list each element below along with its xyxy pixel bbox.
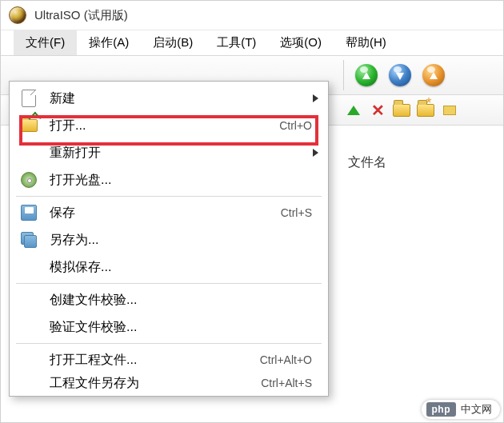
delete-icon[interactable]: ✕ bbox=[369, 102, 386, 119]
copy-icon bbox=[19, 230, 38, 249]
disc-icon bbox=[19, 170, 38, 190]
file-menu-dropdown: 新建 打开... Ctrl+O 重新打开 打开光盘... 保存 Ctrl+S 另… bbox=[9, 81, 329, 397]
watermark-logo: php bbox=[426, 402, 457, 417]
menu-separator bbox=[16, 196, 322, 197]
rect-icon[interactable] bbox=[441, 102, 458, 119]
menu-item-label: 工程文件另存为 bbox=[50, 375, 261, 392]
menu-file[interactable]: 文件(F) bbox=[14, 30, 77, 55]
menu-tools[interactable]: 工具(T) bbox=[205, 30, 268, 55]
title-bar: UltraISO (试用版) bbox=[1, 1, 503, 30]
menu-item-label: 打开... bbox=[50, 118, 279, 134]
submenu-arrow-icon bbox=[313, 149, 318, 157]
menu-item-label: 创建文件校验... bbox=[50, 292, 318, 309]
folder-icon[interactable] bbox=[393, 102, 410, 119]
menu-item-shortcut: Ctrl+O bbox=[279, 119, 312, 132]
menu-item-label: 模拟保存... bbox=[50, 259, 318, 276]
watermark-text: 中文网 bbox=[461, 402, 492, 417]
watermark: php 中文网 bbox=[422, 400, 501, 419]
menu-item-project-save-as[interactable]: 工程文件另存为 Ctrl+Alt+S bbox=[10, 373, 328, 393]
menu-item-save[interactable]: 保存 Ctrl+S bbox=[10, 199, 328, 226]
menu-boot[interactable]: 启动(B) bbox=[141, 30, 205, 55]
file-panel: 文件名 bbox=[345, 151, 495, 174]
menu-item-open[interactable]: 打开... Ctrl+O bbox=[10, 112, 328, 139]
menu-item-open-project[interactable]: 打开工程文件... Ctrl+Alt+O bbox=[10, 346, 328, 373]
save-icon bbox=[19, 203, 38, 222]
window-title: UltraISO (试用版) bbox=[34, 8, 128, 23]
menu-item-shortcut: Ctrl+S bbox=[281, 206, 312, 219]
menu-item-create-checksum[interactable]: 创建文件校验... bbox=[10, 286, 328, 313]
menu-item-simulate-save[interactable]: 模拟保存... bbox=[10, 253, 328, 281]
menu-item-label: 打开工程文件... bbox=[50, 352, 260, 369]
toolbar-button-blue[interactable] bbox=[389, 64, 411, 86]
menu-item-label: 新建 bbox=[50, 90, 318, 107]
menu-item-label: 保存 bbox=[50, 205, 281, 221]
menu-separator bbox=[16, 343, 322, 344]
menu-item-shortcut: Ctrl+Alt+S bbox=[261, 377, 312, 389]
menu-bar: 文件(F) 操作(A) 启动(B) 工具(T) 选项(O) 帮助(H) bbox=[1, 30, 503, 55]
menu-help[interactable]: 帮助(H) bbox=[334, 30, 398, 55]
menu-options[interactable]: 选项(O) bbox=[268, 30, 334, 55]
menu-item-save-as[interactable]: 另存为... bbox=[10, 226, 328, 253]
file-panel-header[interactable]: 文件名 bbox=[345, 151, 495, 174]
file-icon bbox=[19, 89, 38, 108]
menu-item-verify-checksum[interactable]: 验证文件校验... bbox=[10, 313, 328, 341]
up-arrow-icon[interactable] bbox=[345, 102, 362, 119]
menu-item-open-disc[interactable]: 打开光盘... bbox=[10, 166, 328, 194]
menu-item-label: 打开光盘... bbox=[50, 172, 318, 189]
folder-open-icon bbox=[19, 116, 38, 135]
toolbar-button-orange[interactable] bbox=[422, 64, 445, 86]
menu-item-shortcut: Ctrl+Alt+O bbox=[260, 353, 312, 366]
toolbar-button-green[interactable] bbox=[355, 64, 378, 86]
app-icon bbox=[9, 6, 26, 24]
menu-item-reopen[interactable]: 重新打开 bbox=[10, 139, 328, 166]
new-folder-icon[interactable]: * bbox=[417, 102, 434, 119]
menu-item-label: 重新打开 bbox=[50, 145, 318, 162]
menu-action[interactable]: 操作(A) bbox=[77, 30, 141, 55]
submenu-arrow-icon bbox=[313, 94, 318, 102]
menu-item-label: 验证文件校验... bbox=[50, 319, 318, 336]
menu-item-label: 另存为... bbox=[50, 232, 318, 249]
menu-separator bbox=[16, 283, 322, 284]
menu-item-new[interactable]: 新建 bbox=[10, 85, 328, 112]
